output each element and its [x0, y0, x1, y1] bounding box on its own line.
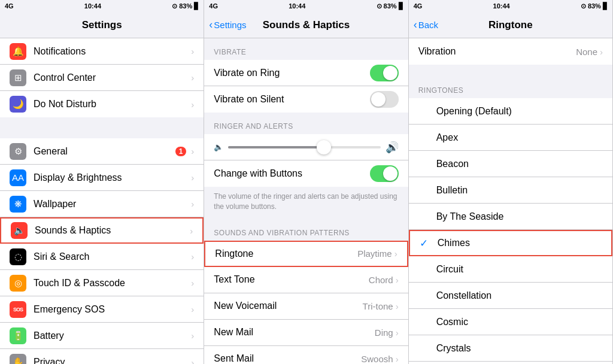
- ringtone-by-the-seaside[interactable]: ✓ By The Seaside: [409, 204, 612, 230]
- ringtone-item[interactable]: Ringtone Playtime ›: [204, 241, 408, 267]
- change-with-buttons-toggle[interactable]: [370, 165, 399, 182]
- settings-item-display[interactable]: AA Display & Brightness ›: [0, 165, 204, 191]
- ringtone-constellation[interactable]: ✓ Constellation: [409, 283, 612, 309]
- vibrate-ring-toggle[interactable]: [370, 65, 399, 81]
- new-mail-chevron: ›: [396, 327, 399, 338]
- vibrate-group: Vibrate on Ring Vibrate on Silent: [204, 60, 408, 113]
- toggle-knob-cwb: [383, 166, 397, 181]
- crystals-label: Crystals: [436, 343, 603, 354]
- text-tone-label: Text Tone: [214, 274, 368, 285]
- vibration-item[interactable]: Vibration None ›: [409, 38, 612, 65]
- settings-item-emergency[interactable]: SOS Emergency SOS ›: [0, 296, 204, 323]
- ringtone-cosmic[interactable]: ✓ Cosmic: [409, 309, 612, 335]
- carrier-1: 4G: [5, 2, 14, 10]
- sent-mail-chevron: ›: [396, 354, 399, 364]
- sounds-chevron: ›: [190, 226, 193, 236]
- wallpaper-icon: ❋: [10, 196, 26, 213]
- vibrate-ring-item[interactable]: Vibrate on Ring: [204, 60, 408, 86]
- vibrate-silent-item[interactable]: Vibrate on Silent: [204, 86, 408, 113]
- ringtone-apex[interactable]: ✓ Apex: [409, 125, 612, 151]
- vibration-chevron: ›: [600, 47, 603, 57]
- general-label: General: [34, 146, 175, 157]
- carrier-3: 4G: [414, 2, 423, 10]
- check-chimes: ✓: [420, 237, 432, 250]
- ringtone-hillside[interactable]: ✓ Hillside: [409, 362, 612, 364]
- ringtone-beacon[interactable]: ✓ Beacon: [409, 151, 612, 177]
- settings-item-battery[interactable]: 🔋 Battery ›: [0, 323, 204, 349]
- ringtone-chevron: ›: [394, 248, 397, 259]
- settings-item-do-not-disturb[interactable]: 🌙 Do Not Disturb ›: [0, 91, 204, 117]
- bulletin-label: Bulletin: [436, 185, 603, 196]
- cosmic-label: Cosmic: [436, 317, 603, 327]
- vibrate-ring-label: Vibrate on Ring: [214, 68, 369, 78]
- ringtone-opening[interactable]: ✓ Opening (Default): [409, 98, 612, 125]
- privacy-label: Privacy: [34, 357, 191, 364]
- change-with-buttons-item[interactable]: Change with Buttons: [204, 160, 408, 187]
- vibration-label: Vibration: [418, 46, 576, 57]
- general-chevron: ›: [191, 146, 194, 156]
- text-tone-value: Chord: [369, 275, 393, 285]
- seaside-label: By The Seaside: [436, 211, 603, 222]
- circuit-label: Circuit: [436, 264, 603, 275]
- change-with-buttons-label: Change with Buttons: [214, 168, 369, 179]
- beacon-label: Beacon: [436, 159, 603, 169]
- vibrate-section-header: VIBRATE: [204, 38, 408, 60]
- battery-icons-3: ⊙ 83% ▊: [581, 2, 608, 10]
- ringtone-value: Playtime: [357, 248, 392, 259]
- settings-item-touchid[interactable]: ◎ Touch ID & Passcode ›: [0, 270, 204, 296]
- ringtones-group: ✓ Opening (Default) ✓ Apex ✓ Beacon ✓ Bu…: [409, 98, 612, 364]
- settings-item-notifications[interactable]: 🔔 Notifications ›: [0, 38, 204, 65]
- ringtone-back-button[interactable]: ‹ Back: [414, 19, 438, 31]
- ringtone-bulletin[interactable]: ✓ Bulletin: [409, 177, 612, 204]
- back-chevron-icon: ‹: [209, 19, 213, 31]
- new-voicemail-value: Tri-tone: [363, 301, 393, 311]
- text-tone-chevron: ›: [396, 275, 399, 285]
- sounds-back-button[interactable]: ‹ Settings: [209, 19, 246, 31]
- emergency-label: Emergency SOS: [34, 304, 191, 315]
- vibration-value: None: [576, 47, 597, 57]
- apex-label: Apex: [436, 132, 603, 143]
- general-icon: ⚙: [10, 143, 26, 160]
- ringtone-label: Ringtone: [215, 248, 357, 259]
- settings-item-privacy[interactable]: ✋ Privacy ›: [0, 349, 204, 364]
- constellation-label: Constellation: [436, 290, 603, 301]
- notifications-chevron: ›: [191, 46, 194, 56]
- volume-slider-row[interactable]: 🔈 🔊: [204, 134, 408, 160]
- settings-item-sounds[interactable]: 🔈 Sounds & Haptics ›: [0, 217, 204, 244]
- text-tone-item[interactable]: Text Tone Chord ›: [204, 267, 408, 293]
- sent-mail-label: Sent Mail: [214, 353, 361, 364]
- ringtone-header: ‹ Back Ringtone: [409, 12, 612, 38]
- ringtone-circuit[interactable]: ✓ Circuit: [409, 256, 612, 283]
- siri-icon: ◌: [10, 248, 26, 265]
- ringtone-chimes[interactable]: ✓ Chimes: [409, 230, 612, 256]
- settings-header: Settings: [0, 12, 204, 38]
- volume-slider-track[interactable]: [228, 146, 380, 148]
- settings-item-wallpaper[interactable]: ❋ Wallpaper ›: [0, 191, 204, 217]
- display-chevron: ›: [191, 172, 194, 183]
- new-voicemail-chevron: ›: [396, 301, 399, 311]
- sounds-vibration-group: Ringtone Playtime › Text Tone Chord › Ne…: [204, 241, 408, 364]
- ringtone-title: Ringtone: [488, 19, 533, 31]
- sent-mail-item[interactable]: Sent Mail Swoosh ›: [204, 346, 408, 364]
- general-badge: 1: [175, 147, 187, 156]
- opening-label: Opening (Default): [436, 106, 603, 117]
- new-voicemail-item[interactable]: New Voicemail Tri-tone ›: [204, 293, 408, 320]
- ringtone-crystals[interactable]: ✓ Crystals: [409, 335, 612, 362]
- display-icon: AA: [10, 169, 26, 186]
- settings-title: Settings: [82, 19, 122, 31]
- battery-icons-2: ⊙ 83% ▊: [377, 2, 403, 10]
- ringtone-back-chevron-icon: ‹: [414, 19, 417, 31]
- settings-item-control-center[interactable]: ⊞ Control Center ›: [0, 65, 204, 91]
- vibrate-silent-toggle[interactable]: [370, 91, 399, 108]
- vibration-group: Vibration None ›: [409, 38, 612, 65]
- settings-item-general[interactable]: ⚙ General 1 ›: [0, 138, 204, 165]
- new-voicemail-label: New Voicemail: [214, 301, 362, 311]
- touchid-chevron: ›: [191, 278, 194, 288]
- sounds-title: Sounds & Haptics: [263, 19, 350, 31]
- status-bar-2: 4G 10:44 ⊙ 83% ▊: [204, 0, 408, 12]
- sounds-label: Sounds & Haptics: [35, 225, 190, 236]
- sent-mail-value: Swoosh: [361, 354, 393, 364]
- volume-slider-thumb[interactable]: [317, 140, 331, 154]
- settings-item-siri[interactable]: ◌ Siri & Search ›: [0, 244, 204, 270]
- new-mail-item[interactable]: New Mail Ding ›: [204, 320, 408, 346]
